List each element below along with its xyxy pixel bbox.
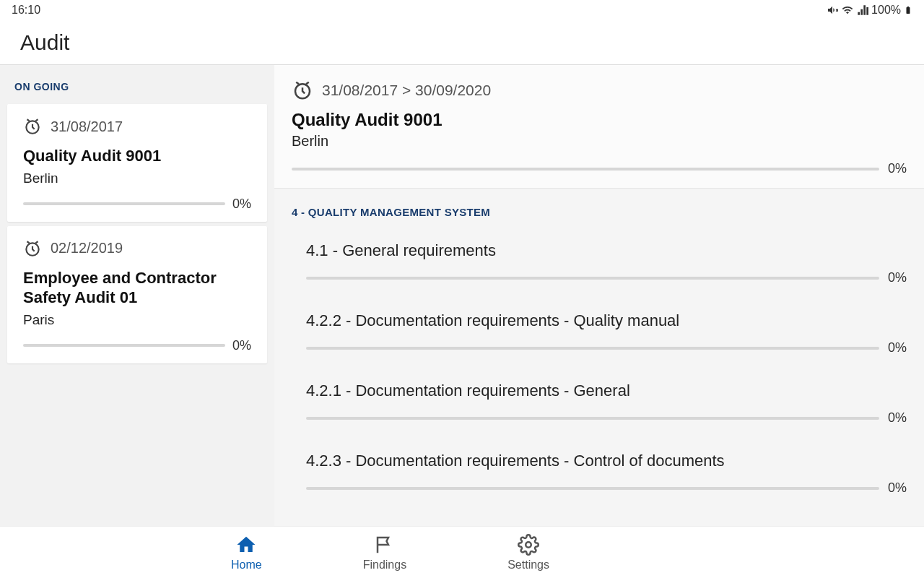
item-title: 4.2.1 - Documentation requirements - Gen… [306, 381, 907, 400]
status-right: 100% [827, 4, 912, 17]
audit-date: 31/08/2017 [51, 118, 123, 135]
battery-pct: 100% [871, 4, 901, 17]
progress-bar [306, 277, 879, 280]
checklist-item[interactable]: 4.2.3 - Documentation requirements - Con… [274, 434, 924, 504]
bottom-nav: Home Findings Settings [0, 526, 924, 578]
audit-list-sidebar: ON GOING 31/08/2017 Quality Audit 9001 B… [0, 65, 274, 526]
item-title: 4.2.3 - Documentation requirements - Con… [306, 452, 907, 470]
progress-pct: 0% [232, 338, 251, 353]
status-time: 16:10 [12, 4, 40, 17]
checklist-item[interactable]: 4.2.2 - Documentation requirements - Qua… [274, 294, 924, 364]
clock-icon [23, 239, 42, 258]
nav-label: Settings [507, 558, 549, 571]
nav-settings[interactable]: Settings [507, 534, 549, 571]
progress-bar [306, 417, 879, 420]
card-date-row: 02/12/2019 [23, 239, 251, 258]
audit-detail: 31/08/2017 > 30/09/2020 Quality Audit 90… [274, 65, 924, 526]
gear-icon [518, 534, 539, 556]
detail-title: Quality Audit 9001 [292, 110, 907, 130]
home-icon [235, 534, 257, 556]
audit-date: 02/12/2019 [51, 240, 123, 256]
section-group-label: 4 - QUALITY MANAGEMENT SYSTEM [274, 189, 924, 224]
progress-row: 0% [23, 338, 251, 353]
audit-title: Quality Audit 9001 [23, 146, 251, 166]
progress-bar [306, 487, 879, 490]
detail-header: 31/08/2017 > 30/09/2020 Quality Audit 90… [274, 65, 924, 189]
audit-title: Employee and Contractor Safety Audit 01 [23, 268, 251, 308]
nav-label: Home [231, 558, 262, 571]
card-date-row: 31/08/2017 [23, 117, 251, 136]
audit-location: Paris [23, 312, 251, 328]
mute-icon [827, 4, 838, 16]
detail-date-row: 31/08/2017 > 30/09/2020 [292, 79, 907, 101]
progress-row: 0% [23, 197, 251, 212]
wifi-icon [841, 4, 854, 16]
checklist-item[interactable]: 4.1 - General requirements 0% [274, 224, 924, 294]
progress-pct: 0% [888, 161, 907, 176]
clock-icon [23, 117, 42, 136]
signal-icon [857, 4, 868, 16]
progress-pct: 0% [232, 197, 251, 212]
item-progress-row: 0% [306, 270, 907, 285]
progress-bar [23, 344, 225, 347]
main-area: ON GOING 31/08/2017 Quality Audit 9001 B… [0, 65, 924, 526]
detail-date-range: 31/08/2017 > 30/09/2020 [322, 82, 491, 99]
progress-bar [23, 202, 225, 205]
ongoing-label: ON GOING [0, 71, 274, 100]
progress-pct: 0% [888, 480, 907, 496]
battery-icon [904, 4, 912, 17]
audit-card[interactable]: 02/12/2019 Employee and Contractor Safet… [7, 226, 267, 363]
checklist-item[interactable]: 4.2.1 - Documentation requirements - Gen… [274, 364, 924, 434]
progress-pct: 0% [888, 270, 907, 285]
detail-location: Berlin [292, 133, 907, 150]
progress-pct: 0% [888, 340, 907, 355]
item-title: 4.2.2 - Documentation requirements - Qua… [306, 311, 907, 330]
nav-findings[interactable]: Findings [363, 534, 406, 571]
item-progress-row: 0% [306, 410, 907, 426]
item-progress-row: 0% [306, 480, 907, 496]
audit-location: Berlin [23, 171, 251, 186]
nav-home[interactable]: Home [231, 534, 262, 571]
flag-icon [374, 534, 396, 556]
progress-bar [292, 168, 879, 171]
nav-label: Findings [363, 558, 406, 571]
clock-icon [292, 79, 313, 101]
audit-card[interactable]: 31/08/2017 Quality Audit 9001 Berlin 0% [7, 104, 267, 222]
detail-progress-row: 0% [292, 161, 907, 176]
item-title: 4.1 - General requirements [306, 241, 907, 260]
progress-pct: 0% [888, 410, 907, 426]
status-bar: 16:10 100% [0, 0, 924, 20]
svg-point-3 [526, 542, 531, 548]
item-progress-row: 0% [306, 340, 907, 355]
app-header: Audit [0, 20, 924, 65]
page-title: Audit [20, 30, 69, 55]
progress-bar [306, 347, 879, 350]
